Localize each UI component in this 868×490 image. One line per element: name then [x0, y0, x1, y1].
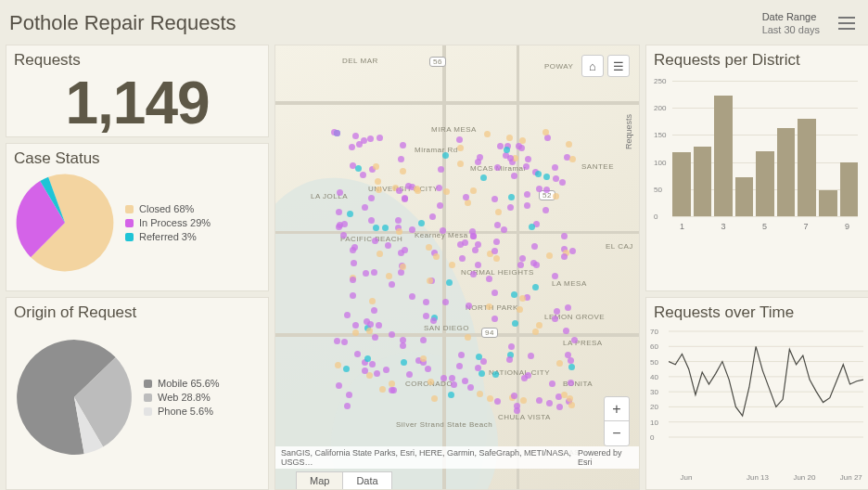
map-point[interactable] — [470, 271, 477, 277]
map-point[interactable] — [517, 306, 523, 313]
bar[interactable] — [756, 151, 774, 216]
map-point[interactable] — [556, 404, 563, 410]
map-point[interactable] — [457, 161, 464, 167]
map-point[interactable] — [475, 365, 481, 371]
map-point[interactable] — [418, 220, 425, 226]
map-point[interactable] — [376, 322, 382, 329]
map-point[interactable] — [361, 137, 367, 144]
map-point[interactable] — [431, 395, 438, 402]
map-point[interactable] — [497, 143, 504, 149]
map-point[interactable] — [368, 195, 375, 201]
map-point[interactable] — [440, 375, 447, 381]
map-point[interactable] — [519, 295, 526, 302]
map-point[interactable] — [371, 269, 377, 276]
map-point[interactable] — [536, 397, 542, 404]
map-point[interactable] — [400, 342, 406, 349]
map-point[interactable] — [494, 164, 501, 171]
map-point[interactable] — [442, 299, 449, 305]
map-point[interactable] — [400, 142, 406, 148]
map-point[interactable] — [484, 131, 491, 137]
map-point[interactable] — [506, 356, 513, 363]
map-point[interactable] — [561, 392, 568, 398]
map-point[interactable] — [542, 207, 549, 213]
map-point[interactable] — [373, 163, 379, 170]
map-point[interactable] — [470, 187, 477, 194]
map-point[interactable] — [565, 352, 571, 358]
map-point[interactable] — [351, 260, 357, 266]
map-point[interactable] — [506, 135, 513, 141]
map-point[interactable] — [501, 226, 507, 233]
map-point[interactable] — [369, 298, 376, 304]
map-point[interactable] — [525, 372, 531, 379]
map-point[interactable] — [377, 251, 383, 257]
map-point[interactable] — [553, 193, 559, 200]
map-point[interactable] — [402, 196, 408, 202]
map-point[interactable] — [571, 337, 578, 343]
map-point[interactable] — [344, 403, 351, 409]
map-point[interactable] — [491, 316, 498, 322]
map-point[interactable] — [389, 380, 395, 387]
map-point[interactable] — [398, 250, 404, 256]
map-point[interactable] — [343, 366, 350, 372]
map-point[interactable] — [493, 239, 500, 245]
map-point[interactable] — [466, 303, 472, 309]
map-point[interactable] — [511, 173, 517, 179]
bar[interactable] — [672, 152, 691, 216]
map-point[interactable] — [467, 384, 474, 391]
map-point[interactable] — [491, 290, 498, 296]
map-point[interactable] — [472, 247, 479, 253]
map-point[interactable] — [554, 308, 560, 315]
map-point[interactable] — [442, 152, 449, 159]
map-point[interactable] — [456, 363, 463, 369]
map-point[interactable] — [486, 276, 492, 282]
map-point[interactable] — [336, 382, 342, 389]
map-point[interactable] — [475, 262, 481, 268]
map-point[interactable] — [420, 355, 427, 362]
map-point[interactable] — [563, 328, 569, 334]
map-point[interactable] — [429, 213, 436, 220]
map-point[interactable] — [451, 381, 457, 388]
map-point[interactable] — [475, 241, 481, 248]
map-point[interactable] — [438, 166, 444, 173]
map-point[interactable] — [352, 133, 359, 139]
map-point[interactable] — [375, 178, 381, 185]
map-point[interactable] — [379, 386, 386, 393]
map-point[interactable] — [532, 284, 539, 290]
map-point[interactable] — [428, 379, 434, 385]
map-point[interactable] — [352, 322, 359, 329]
map-point[interactable] — [372, 334, 378, 341]
map-point[interactable] — [371, 307, 377, 314]
map-point[interactable] — [477, 391, 483, 397]
map-point[interactable] — [336, 209, 342, 215]
map-point[interactable] — [494, 222, 501, 228]
map-point[interactable] — [360, 172, 366, 178]
zoom-out-button[interactable]: − — [605, 421, 629, 445]
map-point[interactable] — [519, 255, 526, 262]
map-point[interactable] — [465, 334, 471, 341]
map-point[interactable] — [383, 367, 389, 373]
map-point[interactable] — [456, 136, 463, 143]
district-bar-chart[interactable]: 05010015020025013579 — [672, 75, 858, 233]
map-point[interactable] — [567, 395, 573, 402]
map-panel[interactable]: DEL MARPOWAYMIRA MESAMCAS MiramarMiramar… — [274, 45, 640, 490]
map-point[interactable] — [395, 217, 402, 224]
map-point[interactable] — [341, 339, 348, 345]
map-point[interactable] — [366, 328, 373, 334]
map-point[interactable] — [334, 338, 340, 344]
map-point[interactable] — [405, 183, 412, 189]
map-point[interactable] — [465, 200, 471, 206]
map-point[interactable] — [389, 331, 395, 338]
map-point[interactable] — [457, 241, 464, 248]
map-point[interactable] — [426, 244, 432, 251]
map-point[interactable] — [528, 353, 534, 359]
bar[interactable] — [735, 177, 754, 216]
map-point[interactable] — [532, 329, 539, 335]
map-point[interactable] — [556, 360, 563, 367]
map-point[interactable] — [349, 144, 355, 150]
zoom-in-button[interactable]: + — [605, 397, 629, 421]
map-point[interactable] — [341, 221, 348, 227]
map-point[interactable] — [504, 147, 510, 153]
map-point[interactable] — [340, 232, 347, 239]
map-point[interactable] — [367, 321, 374, 328]
map-point[interactable] — [373, 225, 379, 231]
